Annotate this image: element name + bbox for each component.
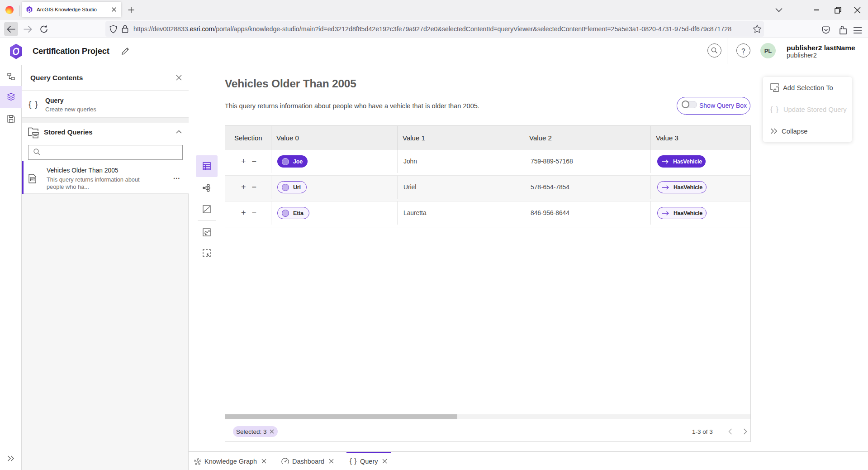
svg-text:?: ? bbox=[741, 47, 745, 54]
